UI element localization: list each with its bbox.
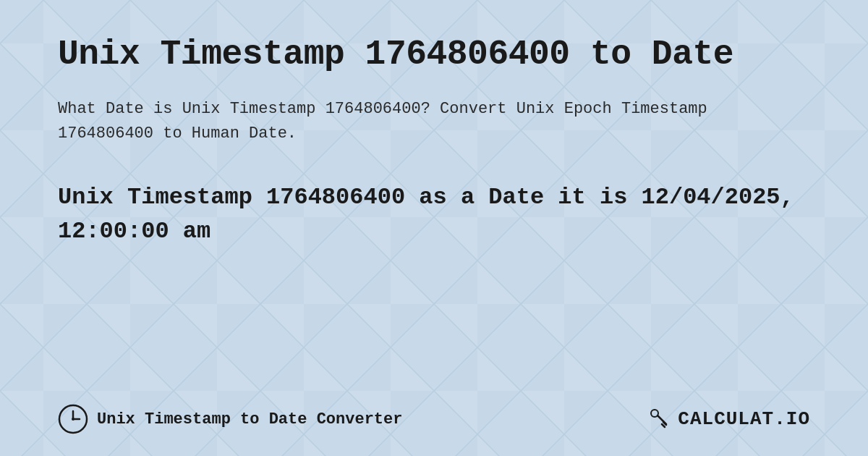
- page-content: Unix Timestamp 1764806400 to Date What D…: [0, 0, 868, 456]
- footer-left: Unix Timestamp to Date Converter: [58, 404, 402, 434]
- svg-line-18: [663, 422, 666, 425]
- logo-text: CALCULAT.IO: [678, 408, 810, 430]
- clock-icon: [58, 404, 88, 434]
- logo-icon: [646, 406, 672, 432]
- footer-label: Unix Timestamp to Date Converter: [97, 410, 402, 428]
- result-block: Unix Timestamp 1764806400 as a Date it i…: [58, 181, 810, 248]
- page-footer: Unix Timestamp to Date Converter CALCULA…: [58, 389, 810, 434]
- page-title: Unix Timestamp 1764806400 to Date: [58, 35, 810, 74]
- page-description: What Date is Unix Timestamp 1764806400? …: [58, 97, 781, 146]
- logo-area: CALCULAT.IO: [646, 406, 810, 432]
- svg-point-15: [72, 418, 75, 421]
- svg-line-19: [662, 424, 665, 427]
